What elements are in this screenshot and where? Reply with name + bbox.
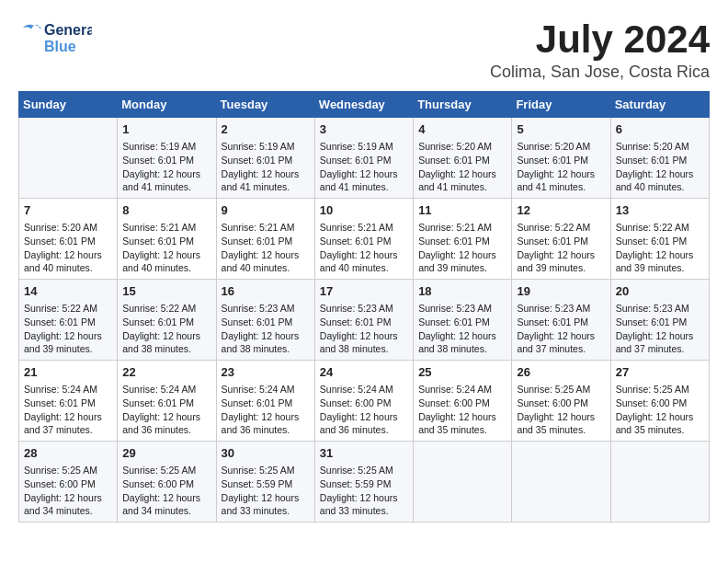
logo-svg: GeneralBlue [18,18,92,57]
calendar-cell: 7Sunrise: 5:20 AMSunset: 6:01 PMDaylight… [19,199,118,280]
day-info: Sunrise: 5:24 AM [122,383,210,396]
day-info: Sunset: 6:00 PM [24,477,112,491]
day-number: 13 [616,202,704,219]
day-info: Sunset: 6:00 PM [418,396,506,410]
day-info: Sunrise: 5:25 AM [616,383,704,396]
day-info: and 37 minutes. [24,423,112,437]
day-info: Daylight: 12 hours [517,167,605,181]
day-info: Daylight: 12 hours [517,248,605,262]
calendar-cell: 5Sunrise: 5:20 AMSunset: 6:01 PMDaylight… [512,118,610,199]
day-info: and 38 minutes. [122,342,210,356]
day-info: and 37 minutes. [616,342,704,356]
day-number: 19 [517,283,605,300]
calendar-cell: 30Sunrise: 5:25 AMSunset: 5:59 PMDayligh… [216,441,314,522]
day-number: 12 [517,202,605,219]
day-info: and 38 minutes. [222,342,310,356]
day-info: and 35 minutes. [616,423,704,437]
day-info: Sunset: 6:01 PM [122,154,210,167]
day-info: Sunset: 6:00 PM [122,477,210,491]
day-number: 11 [418,202,506,219]
day-info: Daylight: 12 hours [24,248,112,262]
day-info: Sunset: 6:01 PM [517,235,605,248]
column-header-monday: Monday [118,92,216,118]
calendar-cell: 22Sunrise: 5:24 AMSunset: 6:01 PMDayligh… [118,361,216,442]
day-info: Daylight: 12 hours [122,248,210,262]
day-info: Sunset: 6:01 PM [24,235,112,248]
day-info: Daylight: 12 hours [320,491,408,505]
day-number: 25 [418,364,506,381]
day-info: and 39 minutes. [517,261,605,275]
day-info: Sunrise: 5:20 AM [418,140,506,154]
day-info: and 41 minutes. [222,180,310,194]
day-info: and 40 minutes. [122,261,210,275]
day-info: Daylight: 12 hours [616,329,704,343]
calendar-cell: 6Sunrise: 5:20 AMSunset: 6:01 PMDaylight… [610,118,709,199]
day-info: Sunset: 6:01 PM [418,316,506,329]
day-number: 4 [418,121,506,138]
calendar-cell: 16Sunrise: 5:23 AMSunset: 6:01 PMDayligh… [216,280,314,361]
day-info: Sunrise: 5:23 AM [222,302,310,316]
calendar-cell [19,118,118,199]
calendar-cell: 11Sunrise: 5:21 AMSunset: 6:01 PMDayligh… [414,199,512,280]
day-info: and 33 minutes. [222,504,310,518]
day-info: Sunrise: 5:22 AM [24,302,112,316]
day-number: 7 [24,202,112,219]
day-info: and 41 minutes. [122,180,210,194]
calendar-cell: 10Sunrise: 5:21 AMSunset: 6:01 PMDayligh… [314,199,413,280]
day-info: and 33 minutes. [320,504,408,518]
day-info: Sunset: 5:59 PM [222,477,310,491]
day-info: Daylight: 12 hours [517,410,605,424]
day-info: Sunrise: 5:25 AM [122,464,210,477]
day-info: and 41 minutes. [418,180,506,194]
day-info: Sunset: 6:01 PM [24,316,112,329]
day-info: Sunrise: 5:25 AM [320,464,408,477]
calendar-cell: 1Sunrise: 5:19 AMSunset: 6:01 PMDaylight… [118,118,216,199]
day-info: Daylight: 12 hours [122,167,210,181]
day-number: 10 [320,202,408,219]
calendar-cell: 18Sunrise: 5:23 AMSunset: 6:01 PMDayligh… [414,280,512,361]
day-number: 9 [222,202,310,219]
column-header-wednesday: Wednesday [314,92,413,118]
day-info: and 38 minutes. [320,342,408,356]
day-info: Daylight: 12 hours [418,329,506,343]
day-number: 17 [320,283,408,300]
day-info: Sunrise: 5:20 AM [616,140,704,154]
day-info: Sunset: 6:01 PM [222,396,310,410]
day-info: Sunset: 6:01 PM [122,235,210,248]
day-number: 3 [320,121,408,138]
day-info: Sunrise: 5:22 AM [122,302,210,316]
week-row-2: 7Sunrise: 5:20 AMSunset: 6:01 PMDaylight… [19,199,710,280]
day-info: Sunset: 6:01 PM [222,235,310,248]
calendar-cell: 14Sunrise: 5:22 AMSunset: 6:01 PMDayligh… [19,280,118,361]
day-info: Daylight: 12 hours [24,410,112,424]
header-row: SundayMondayTuesdayWednesdayThursdayFrid… [19,92,710,118]
day-info: Sunset: 6:01 PM [517,154,605,167]
calendar-cell: 27Sunrise: 5:25 AMSunset: 6:00 PMDayligh… [610,361,709,442]
svg-text:Blue: Blue [44,39,76,54]
day-info: Daylight: 12 hours [418,167,506,181]
calendar-cell: 23Sunrise: 5:24 AMSunset: 6:01 PMDayligh… [216,361,314,442]
day-number: 14 [24,283,112,300]
day-info: Sunrise: 5:25 AM [24,464,112,477]
day-number: 28 [24,445,112,462]
day-info: Sunrise: 5:21 AM [122,221,210,235]
day-info: and 38 minutes. [418,342,506,356]
day-info: Sunset: 6:01 PM [616,235,704,248]
calendar-cell: 28Sunrise: 5:25 AMSunset: 6:00 PMDayligh… [19,441,118,522]
day-info: Daylight: 12 hours [320,329,408,343]
day-info: and 40 minutes. [616,180,704,194]
day-info: Daylight: 12 hours [222,491,310,505]
day-info: and 40 minutes. [320,261,408,275]
day-number: 26 [517,364,605,381]
day-info: Daylight: 12 hours [222,167,310,181]
day-info: Sunrise: 5:21 AM [320,221,408,235]
day-info: Sunset: 6:00 PM [517,396,605,410]
day-info: and 35 minutes. [418,423,506,437]
day-info: Sunrise: 5:23 AM [320,302,408,316]
day-info: Daylight: 12 hours [616,410,704,424]
day-info: Sunrise: 5:19 AM [122,140,210,154]
day-info: Daylight: 12 hours [24,491,112,505]
day-info: Daylight: 12 hours [222,410,310,424]
day-info: Sunset: 6:00 PM [616,396,704,410]
day-info: and 39 minutes. [418,261,506,275]
